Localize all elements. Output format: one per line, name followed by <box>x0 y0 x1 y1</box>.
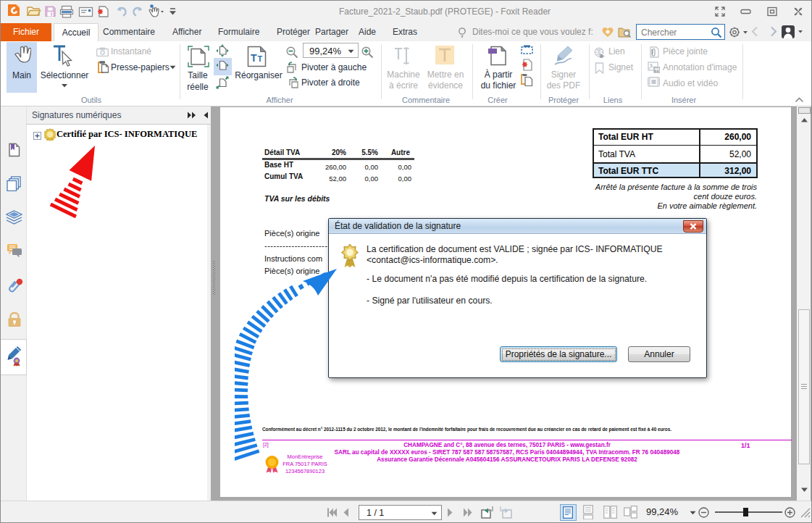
svg-text:T: T <box>258 54 263 63</box>
svg-text:T: T <box>251 52 257 64</box>
